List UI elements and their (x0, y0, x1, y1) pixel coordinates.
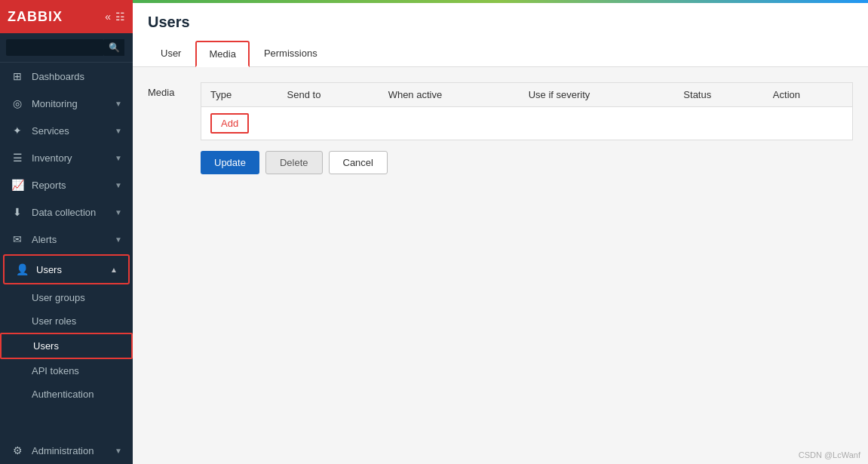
watermark: CSDN @LcWanf (799, 450, 860, 459)
chevron-down-icon: ▼ (115, 447, 122, 455)
sidebar-item-label: Users (36, 264, 62, 275)
sidebar-item-label: Services (32, 125, 69, 137)
sidebar-item-label: Reports (32, 180, 66, 191)
media-label: Media (148, 82, 186, 140)
sidebar-item-data-collection[interactable]: ⬇ Data collection ▼ (0, 198, 133, 226)
tab-bar: User Media Permissions (148, 40, 853, 66)
collapse-icon[interactable]: « (105, 11, 111, 23)
logo: ZABBIX (8, 9, 63, 25)
monitoring-icon: ◎ (11, 97, 24, 109)
tab-user[interactable]: User (148, 41, 194, 67)
data-collection-icon: ⬇ (11, 206, 24, 218)
delete-button[interactable]: Delete (265, 151, 323, 174)
chevron-down-icon: ▼ (115, 235, 122, 244)
sidebar-subitem-user-roles[interactable]: User roles (0, 309, 133, 333)
sidebar-item-monitoring[interactable]: ◎ Monitoring ▼ (0, 90, 133, 117)
content-area: Media Type Send to When active Use if se… (133, 67, 868, 464)
sidebar-item-reports[interactable]: 📈 Reports ▼ (0, 171, 133, 198)
sidebar-item-administration[interactable]: ⚙ Administration ▼ (0, 437, 133, 464)
sidebar-item-label: Data collection (32, 207, 96, 218)
sidebar-item-label: Dashboards (32, 71, 84, 82)
sidebar-subitem-authentication[interactable]: Authentication (0, 383, 133, 406)
page-title: Users (148, 14, 853, 31)
sidebar-item-services[interactable]: ✦ Services ▼ (0, 117, 133, 144)
sidebar-subitem-user-groups[interactable]: User groups (0, 286, 133, 309)
add-media-button[interactable]: Add (210, 113, 249, 134)
page-header: Users User Media Permissions (133, 3, 868, 67)
dashboards-icon: ⊞ (11, 70, 24, 82)
users-icon: 👤 (15, 263, 29, 275)
media-section: Media Type Send to When active Use if se… (148, 82, 853, 140)
sidebar-item-label: Monitoring (32, 98, 78, 109)
chevron-up-icon: ▲ (110, 266, 118, 274)
reports-icon: 📈 (11, 179, 24, 191)
sidebar-item-alerts[interactable]: ✉ Alerts ▼ (0, 226, 133, 253)
chevron-down-icon: ▼ (115, 181, 122, 189)
inventory-icon: ☰ (11, 152, 24, 164)
sidebar-subitem-api-tokens[interactable]: API tokens (0, 359, 133, 383)
col-send-to: Send to (278, 83, 379, 107)
search-bar: 🔍 (0, 33, 133, 63)
grid-icon[interactable]: ☷ (115, 11, 125, 23)
update-button[interactable]: Update (201, 151, 259, 174)
sidebar-header-icons: « ☷ (105, 11, 125, 23)
chevron-down-icon: ▼ (115, 154, 122, 162)
chevron-down-icon: ▼ (115, 100, 122, 108)
search-button[interactable]: 🔍 (104, 39, 124, 56)
sidebar-item-label: Alerts (32, 234, 57, 245)
tab-media[interactable]: Media (195, 41, 249, 67)
col-status: Status (674, 83, 764, 107)
col-use-if-severity: Use if severity (520, 83, 675, 107)
col-type: Type (201, 83, 278, 107)
media-table: Type Send to When active Use if severity… (201, 83, 852, 140)
sidebar-item-users[interactable]: 👤 Users ▲ (3, 254, 130, 284)
col-action: Action (764, 83, 852, 107)
cancel-button[interactable]: Cancel (329, 151, 388, 174)
main-content: Users User Media Permissions Media Type … (133, 0, 868, 464)
sidebar-item-dashboards[interactable]: ⊞ Dashboards (0, 63, 133, 90)
col-when-active: When active (379, 83, 520, 107)
search-input[interactable] (6, 39, 104, 56)
media-table-container: Type Send to When active Use if severity… (201, 82, 853, 140)
add-button-cell: Add (201, 107, 852, 140)
sidebar: ZABBIX « ☷ 🔍 ⊞ Dashboards ◎ Monitoring ▼… (0, 0, 133, 464)
sidebar-item-label: Administration (32, 445, 94, 456)
sidebar-header: ZABBIX « ☷ (0, 0, 133, 33)
alerts-icon: ✉ (11, 233, 24, 245)
chevron-down-icon: ▼ (115, 127, 122, 135)
tab-permissions[interactable]: Permissions (251, 41, 330, 67)
sidebar-item-label: Inventory (32, 152, 72, 164)
chevron-down-icon: ▼ (115, 208, 122, 217)
administration-icon: ⚙ (11, 444, 24, 456)
services-icon: ✦ (11, 124, 24, 137)
action-buttons: Update Delete Cancel (148, 140, 853, 174)
sidebar-subitem-users[interactable]: Users (0, 333, 133, 359)
sidebar-item-inventory[interactable]: ☰ Inventory ▼ (0, 144, 133, 171)
